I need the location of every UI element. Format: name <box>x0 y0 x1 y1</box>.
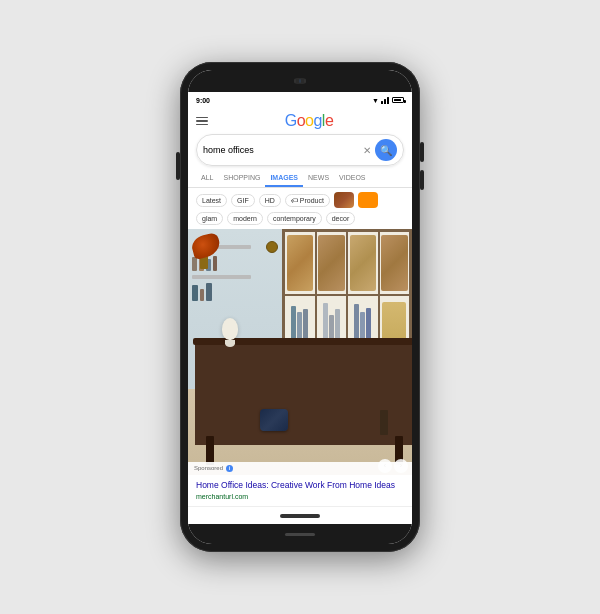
phone-screen: 9:00 ▼ <box>188 70 412 544</box>
google-logo: Google <box>214 112 404 130</box>
google-header: Google <box>188 108 412 134</box>
filter-decor[interactable]: decor <box>326 212 356 225</box>
search-query-text: home offices <box>203 145 359 155</box>
signal-bar-3 <box>387 97 389 104</box>
book-6 <box>200 289 204 301</box>
logo-letter-g2: g <box>313 112 321 129</box>
status-time: 9:00 <box>196 97 210 104</box>
phone-device: 9:00 ▼ <box>180 62 420 552</box>
shelf-cell-1 <box>285 232 314 294</box>
hamburger-line-2 <box>196 120 208 122</box>
signal-bar-2 <box>384 99 386 104</box>
book-7 <box>206 283 212 301</box>
filter-hd[interactable]: HD <box>259 194 281 207</box>
result-url: merchanturl.com <box>196 493 404 500</box>
decorative-pillow <box>260 409 288 431</box>
filter-row-2: glam modern contemporary decor <box>188 212 412 229</box>
filter-glam[interactable]: glam <box>196 212 223 225</box>
battery-icon <box>392 97 404 103</box>
search-tabs: ALL SHOPPING IMAGES NEWS VIDEOS <box>188 170 412 188</box>
signal-icon <box>381 97 389 104</box>
desk-leg-left <box>206 436 214 466</box>
sponsored-bar: Sponsored i <box>188 462 412 475</box>
image-result-area[interactable]: ‹ › Sponsored i <box>188 229 412 475</box>
wifi-icon: ▼ <box>372 97 379 104</box>
filter-row-1: Latest GIF HD 🏷 Product <box>188 188 412 212</box>
google-logo-text: Google <box>285 112 334 130</box>
shelf-books-2 <box>192 283 251 301</box>
basket-2 <box>318 235 345 291</box>
result-title[interactable]: Home Office Ideas: Creative Work From Ho… <box>196 480 404 491</box>
filter-color-orange[interactable] <box>358 192 378 208</box>
home-indicator[interactable] <box>280 514 320 518</box>
tab-images[interactable]: IMAGES <box>265 170 303 187</box>
sponsored-label: Sponsored <box>194 465 223 471</box>
lamp-base <box>225 340 235 347</box>
status-icons: ▼ <box>372 97 404 104</box>
status-bar: 9:00 ▼ <box>188 92 412 108</box>
sponsored-info-icon[interactable]: i <box>226 465 233 472</box>
search-clear-button[interactable]: ✕ <box>359 145 375 156</box>
phone-bottom-bezel <box>188 524 412 544</box>
basket-4 <box>381 235 408 291</box>
volume-up-button[interactable] <box>420 142 424 162</box>
filter-contemporary[interactable]: contemporary <box>267 212 322 225</box>
filter-color-brown[interactable] <box>334 192 354 208</box>
decor-item <box>380 410 388 435</box>
result-info: Home Office Ideas: Creative Work From Ho… <box>188 475 412 506</box>
bottom-indicator <box>285 533 315 536</box>
basket-3 <box>350 235 377 291</box>
tab-shopping[interactable]: SHOPPING <box>218 170 265 187</box>
camera-lens <box>299 79 301 83</box>
battery-fill <box>394 99 401 101</box>
search-icon: 🔍 <box>380 145 392 156</box>
speaker <box>294 79 296 83</box>
book-5 <box>192 285 198 301</box>
shelf-cell-4 <box>380 232 409 294</box>
logo-letter-e: e <box>325 112 333 129</box>
search-bar[interactable]: home offices ✕ 🔍 <box>196 134 404 166</box>
plant-leaves <box>190 232 223 260</box>
front-camera <box>294 78 306 84</box>
lamp-shade <box>222 318 238 340</box>
signal-bar-1 <box>381 101 383 104</box>
hamburger-line-3 <box>196 124 208 126</box>
filter-modern[interactable]: modern <box>227 212 263 225</box>
shelf-plank-2 <box>192 275 251 279</box>
tab-news[interactable]: NEWS <box>303 170 334 187</box>
hamburger-menu-button[interactable] <box>196 117 208 126</box>
desk-decor <box>374 410 394 438</box>
hamburger-line-1 <box>196 117 208 119</box>
plant-decoration <box>192 234 220 269</box>
desk-lamp <box>222 318 238 347</box>
tab-videos[interactable]: VIDEOS <box>334 170 370 187</box>
shelf-cell-2 <box>317 232 346 294</box>
search-submit-button[interactable]: 🔍 <box>375 139 397 161</box>
wall-clock <box>266 241 278 253</box>
filter-latest[interactable]: Latest <box>196 194 227 207</box>
basket-1 <box>287 235 314 291</box>
phone-top-bezel <box>188 70 412 92</box>
power-button[interactable] <box>176 152 180 180</box>
sensor <box>304 79 306 83</box>
logo-letter-o1: o <box>297 112 305 129</box>
tab-all[interactable]: ALL <box>196 170 218 187</box>
screen-content: 9:00 ▼ <box>188 92 412 524</box>
volume-down-button[interactable] <box>420 170 424 190</box>
logo-letter-g: G <box>285 112 297 129</box>
phone-navigation-bar <box>188 506 412 524</box>
filter-product[interactable]: 🏷 Product <box>285 194 330 207</box>
shelf-cell-3 <box>348 232 377 294</box>
filter-gif[interactable]: GIF <box>231 194 255 207</box>
